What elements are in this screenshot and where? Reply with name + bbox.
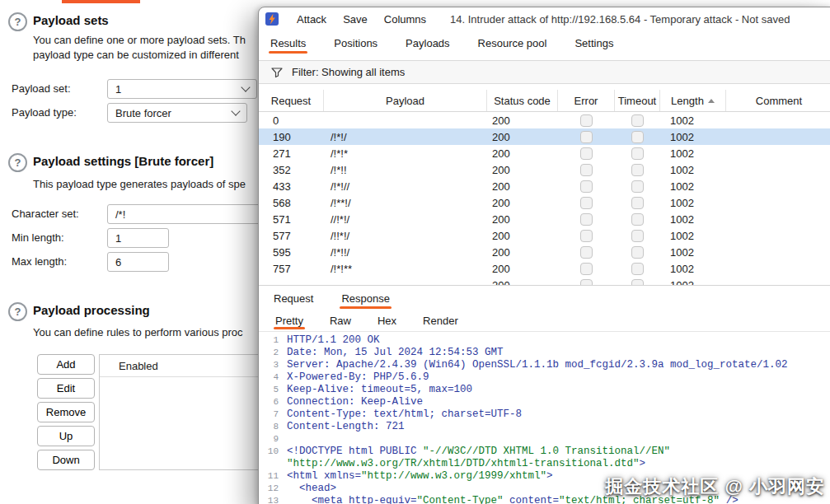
- column-header-timeout[interactable]: Timeout: [615, 90, 660, 111]
- tab-results[interactable]: Results: [269, 30, 307, 55]
- timeout-checkbox[interactable]: [631, 230, 644, 242]
- payload-processing-title: Payload processing: [33, 303, 150, 317]
- watermark-text: 掘金技术社区 @ 小羽网安: [605, 474, 825, 499]
- view-tab-hex[interactable]: Hex: [376, 310, 398, 331]
- result-row[interactable]: 757/!*!**2001002: [259, 260, 830, 277]
- error-cell: [558, 246, 615, 259]
- tab-positions[interactable]: Positions: [332, 30, 379, 55]
- error-checkbox[interactable]: [580, 164, 593, 176]
- results-table-body[interactable]: 02001002190/!*!/2001002271/!*!*200100235…: [259, 112, 830, 285]
- timeout-checkbox[interactable]: [631, 246, 644, 259]
- response-line: 10<!DOCTYPE html PUBLIC "-//W3C//DTD XHT…: [259, 446, 830, 458]
- max-length-value: 6: [115, 256, 121, 268]
- filter-bar[interactable]: Filter: Showing all items: [259, 60, 830, 84]
- column-header-request[interactable]: Request: [259, 90, 324, 111]
- tab-resource-pool[interactable]: Resource pool: [476, 30, 549, 55]
- result-row[interactable]: 595/!*!!/2001002: [259, 244, 830, 260]
- timeout-checkbox[interactable]: [631, 263, 644, 275]
- timeout-cell: [615, 180, 660, 193]
- length-cell: 1002: [660, 279, 726, 286]
- column-header-comment[interactable]: Comment: [726, 90, 830, 111]
- line-text: Content-Type: text/html; charset=UTF-8: [279, 408, 522, 421]
- payload-processing-rules-table[interactable]: Enabled: [99, 354, 264, 470]
- payload-type-select[interactable]: Brute forcer: [107, 103, 247, 123]
- error-checkbox[interactable]: [580, 263, 593, 275]
- error-checkbox[interactable]: [580, 230, 593, 242]
- column-header-length[interactable]: Length: [660, 90, 726, 111]
- result-row[interactable]: 433/!*!//2001002: [259, 178, 830, 194]
- help-icon[interactable]: ?: [8, 302, 27, 321]
- message-view-tabs: PrettyRawHexRender: [259, 310, 830, 332]
- error-checkbox[interactable]: [580, 147, 593, 160]
- length-cell: 1002: [660, 131, 726, 143]
- result-row[interactable]: 02001002: [259, 112, 830, 128]
- error-checkbox[interactable]: [580, 246, 593, 259]
- attack-window-title: 14. Intruder attack of http://192.168.5.…: [450, 7, 825, 30]
- menu-item-attack[interactable]: Attack: [288, 7, 335, 30]
- timeout-checkbox[interactable]: [631, 131, 644, 143]
- error-cell: [558, 263, 615, 275]
- error-checkbox[interactable]: [580, 197, 593, 209]
- line-number: 3: [259, 359, 279, 371]
- down-button[interactable]: Down: [37, 450, 95, 470]
- tab-settings[interactable]: Settings: [573, 30, 615, 55]
- error-checkbox[interactable]: [580, 213, 593, 226]
- code-segment: <meta http-equiv=: [287, 495, 417, 504]
- attack-tabs: ResultsPositionsPayloadsResource poolSet…: [259, 30, 830, 55]
- timeout-checkbox[interactable]: [631, 180, 644, 193]
- up-button[interactable]: Up: [37, 426, 95, 446]
- result-row[interactable]: 2001002: [259, 277, 830, 285]
- line-number: 11: [259, 470, 279, 483]
- view-tab-raw[interactable]: Raw: [328, 310, 353, 331]
- add-button[interactable]: Add: [37, 354, 95, 375]
- edit-button[interactable]: Edit: [37, 378, 95, 399]
- timeout-checkbox[interactable]: [631, 213, 644, 226]
- remove-button[interactable]: Remove: [37, 402, 95, 422]
- status-code-cell: 200: [487, 197, 558, 209]
- timeout-cell: [615, 114, 660, 127]
- timeout-cell: [615, 197, 660, 209]
- column-header-error[interactable]: Error: [558, 90, 615, 111]
- code-segment: "http://www.w3.org/TR/xhtml1/DTD/xhtml1-…: [287, 458, 640, 469]
- message-tab-request[interactable]: Request: [272, 286, 315, 310]
- timeout-checkbox[interactable]: [631, 114, 644, 127]
- error-cell: [558, 213, 615, 226]
- menu-item-save[interactable]: Save: [335, 7, 376, 30]
- column-header-payload[interactable]: Payload: [324, 90, 487, 111]
- result-row[interactable]: 271/!*!*2001002: [259, 145, 830, 161]
- line-number: 2: [259, 347, 279, 359]
- code-segment: "Content-Type": [417, 495, 504, 504]
- menu-item-columns[interactable]: Columns: [376, 7, 434, 30]
- status-code-cell: 200: [487, 263, 558, 275]
- message-tab-response[interactable]: Response: [340, 286, 392, 310]
- error-checkbox[interactable]: [580, 131, 593, 143]
- result-row[interactable]: 571//!*!/2001002: [259, 211, 830, 227]
- error-checkbox[interactable]: [580, 114, 593, 127]
- timeout-checkbox[interactable]: [631, 164, 644, 176]
- result-row[interactable]: 568/!**!/2001002: [259, 194, 830, 211]
- view-tab-pretty[interactable]: Pretty: [274, 310, 305, 331]
- help-icon[interactable]: ?: [8, 12, 27, 31]
- min-length-input[interactable]: 1: [107, 228, 169, 248]
- error-cell: [558, 180, 615, 193]
- timeout-checkbox[interactable]: [631, 147, 644, 160]
- response-line: 3Server: Apache/2.4.39 (Win64) OpenSSL/1…: [259, 359, 830, 371]
- payload-set-select[interactable]: 1: [107, 79, 257, 99]
- column-header-status-code[interactable]: Status code: [487, 90, 558, 111]
- character-set-input[interactable]: /*!: [107, 204, 272, 224]
- error-checkbox[interactable]: [580, 279, 593, 286]
- tab-payloads[interactable]: Payloads: [404, 30, 451, 55]
- result-row[interactable]: 577/!!*!/2001002: [259, 227, 830, 244]
- result-row[interactable]: 190/!*!/2001002: [259, 128, 830, 145]
- timeout-checkbox[interactable]: [631, 279, 644, 286]
- result-row[interactable]: 352/!*!!2001002: [259, 161, 830, 178]
- status-code-cell: 200: [487, 180, 558, 193]
- timeout-checkbox[interactable]: [631, 197, 644, 209]
- code-segment: HTTP/1.1 200 OK: [287, 334, 380, 346]
- message-editor-tabs: RequestResponse: [259, 285, 830, 310]
- error-checkbox[interactable]: [580, 180, 593, 193]
- view-tab-render[interactable]: Render: [421, 310, 460, 331]
- code-segment: <html xmlns=: [287, 470, 361, 482]
- max-length-input[interactable]: 6: [107, 252, 169, 272]
- help-icon[interactable]: ?: [8, 153, 27, 172]
